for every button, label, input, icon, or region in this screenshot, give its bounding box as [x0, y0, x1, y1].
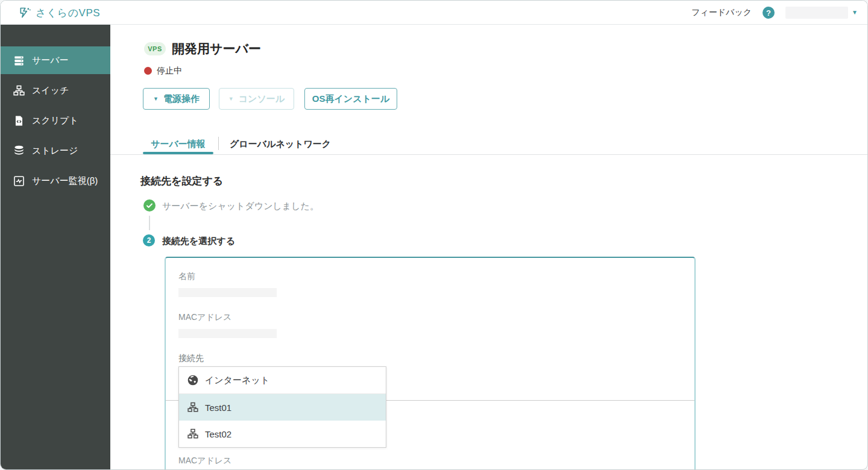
tab-divider — [218, 137, 219, 150]
step-done-check-icon — [143, 199, 156, 212]
sidebar-item-switch[interactable]: スイッチ — [1, 77, 110, 104]
console-button-disabled: ▼ コンソール — [219, 88, 294, 110]
storage-icon — [13, 145, 25, 157]
app-window: さくらのVPS フィードバック ? ▼ サーバー — [0, 0, 868, 470]
sidebar-item-storage[interactable]: ストレージ — [1, 137, 110, 164]
brand-logo[interactable]: さくらのVPS — [19, 1, 100, 25]
switch-icon — [13, 84, 25, 96]
monitor-icon — [13, 175, 25, 187]
switch-icon — [187, 428, 199, 440]
feedback-link[interactable]: フィードバック — [691, 7, 752, 18]
dropdown-option-test02[interactable]: Test02 — [179, 421, 386, 447]
destination-field-label: 接続先 — [178, 353, 204, 364]
step1-message: サーバーをシャットダウンしました。 — [162, 201, 319, 212]
step-connector-line — [149, 216, 150, 230]
os-reinstall-button[interactable]: OS再インストール — [304, 88, 397, 110]
sidebar-item-label: サーバー — [32, 55, 69, 66]
mac-field-label: MACアドレス — [178, 312, 231, 323]
power-operation-button[interactable]: ▼ 電源操作 — [143, 88, 210, 110]
server-icon — [13, 54, 25, 66]
chevron-down-icon: ▼ — [852, 10, 858, 16]
sidebar-item-label: サーバー監視(β) — [32, 175, 98, 187]
account-name-redacted — [785, 7, 848, 19]
help-icon[interactable]: ? — [763, 7, 775, 19]
name-field-label: 名前 — [178, 271, 195, 282]
step2-title: 接続先を選択する — [162, 236, 235, 247]
tab-server-info[interactable]: サーバー情報 — [143, 136, 213, 152]
caret-down-icon: ▼ — [153, 96, 159, 102]
script-icon — [13, 114, 25, 127]
page-title: 開発用サーバー — [172, 40, 261, 57]
dropdown-option-internet[interactable]: インターネット — [179, 367, 386, 394]
dropdown-option-label: Test02 — [205, 429, 231, 439]
brand-name: さくらのVPS — [36, 6, 100, 20]
sidebar: サーバー スイッチ スクリプト — [1, 25, 110, 470]
sidebar-item-label: ストレージ — [32, 145, 78, 157]
top-header: さくらのVPS フィードバック ? ▼ — [1, 1, 868, 25]
name-value-redacted — [178, 288, 277, 297]
mac-field-label-2: MACアドレス — [178, 456, 231, 466]
status-stopped-icon — [144, 67, 152, 75]
section-title: 接続先を設定する — [140, 174, 223, 188]
tabs-bottom-border — [110, 154, 868, 155]
sidebar-item-server[interactable]: サーバー — [1, 46, 110, 74]
switch-icon — [187, 401, 199, 413]
account-menu[interactable]: ▼ — [785, 7, 858, 19]
sidebar-item-label: スイッチ — [32, 85, 69, 96]
vps-badge: VPS — [144, 42, 166, 55]
power-operation-label: 電源操作 — [163, 93, 200, 105]
os-reinstall-label: OS再インストール — [312, 93, 389, 105]
sidebar-item-monitoring[interactable]: サーバー監視(β) — [1, 167, 110, 195]
header-actions: フィードバック ? ▼ — [691, 1, 858, 25]
status-label: 停止中 — [157, 66, 182, 77]
caret-down-icon: ▼ — [228, 96, 234, 102]
dropdown-option-test01[interactable]: Test01 — [179, 394, 386, 421]
sakura-logo-icon — [19, 7, 31, 19]
sidebar-item-script[interactable]: スクリプト — [1, 107, 110, 134]
dropdown-option-label: Test01 — [205, 403, 231, 413]
dropdown-option-label: インターネット — [205, 375, 269, 386]
console-label: コンソール — [239, 93, 285, 105]
mac-value-redacted — [178, 329, 277, 338]
globe-icon — [187, 374, 199, 386]
sidebar-item-label: スクリプト — [32, 115, 78, 127]
step2-number-badge: 2 — [143, 234, 155, 246]
destination-dropdown-menu: インターネット Test01 Test02 — [178, 366, 386, 448]
tab-global-network[interactable]: グローバルネットワーク — [230, 136, 331, 152]
